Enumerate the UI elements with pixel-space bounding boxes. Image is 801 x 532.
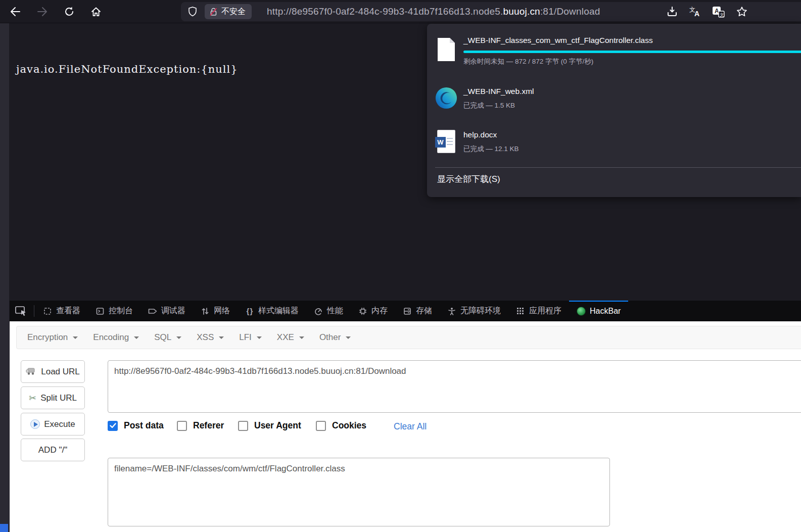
- accessibility-icon: [447, 307, 456, 316]
- download-filename: help.docx: [463, 130, 497, 139]
- options-row: Post data Referer User Agent Cookies Cle…: [108, 420, 801, 436]
- svg-text:A: A: [694, 10, 699, 18]
- chevron-down-icon: [299, 336, 304, 339]
- memory-icon: [358, 307, 367, 316]
- menu-xss[interactable]: XSS: [189, 326, 231, 349]
- taskbar-corner: [0, 524, 8, 532]
- storage-icon: [403, 307, 412, 316]
- pick-element-button[interactable]: [10, 301, 33, 321]
- style-editor-icon: { }: [245, 307, 254, 316]
- chevron-down-icon: [346, 336, 351, 339]
- console-icon: [96, 307, 105, 316]
- chevron-down-icon: [73, 336, 78, 339]
- tracking-shield-icon[interactable]: [187, 6, 198, 19]
- menu-sql[interactable]: SQL: [147, 326, 189, 349]
- execute-button[interactable]: Execute: [21, 413, 85, 436]
- translate-icon[interactable]: 文A: [689, 5, 702, 18]
- load-url-icon: [26, 368, 37, 375]
- home-button[interactable]: [88, 4, 104, 20]
- forward-button[interactable]: [34, 4, 51, 20]
- download-filename: _WEB-INF_classes_com_wm_ctf_FlagControll…: [463, 36, 653, 45]
- hackbar-icon: [577, 307, 586, 316]
- performance-icon: [314, 307, 323, 316]
- user-agent-checkbox[interactable]: [238, 421, 248, 431]
- referer-option[interactable]: Referer: [177, 420, 224, 431]
- menu-encoding[interactable]: Encoding: [85, 326, 147, 349]
- security-label: 不安全: [221, 7, 246, 17]
- url-textarea[interactable]: http://8e9567f0-0af2-484c-99b3-41db7f166…: [108, 360, 801, 413]
- referer-checkbox[interactable]: [177, 421, 187, 431]
- chevron-down-icon: [134, 336, 139, 339]
- clear-all-link[interactable]: Clear All: [394, 421, 427, 432]
- window-edge-strip: [0, 23, 9, 532]
- download-item[interactable]: _WEB-INF_classes_com_wm_ctf_FlagControll…: [427, 36, 801, 84]
- security-chip[interactable]: 不安全: [205, 4, 252, 19]
- tab-accessibility[interactable]: 无障碍环境: [440, 301, 508, 321]
- menu-other[interactable]: Other: [312, 326, 359, 349]
- hackbar-panel: Encryption Encoding SQL XSS LFI XXE Othe…: [10, 321, 801, 532]
- download-status: 已完成 — 1.5 KB: [463, 101, 515, 110]
- tab-console[interactable]: 控制台: [88, 301, 140, 321]
- devtools-tabbar: 查看器 控制台 调试器 网络 { } 样式编辑器 性能 内存 存储: [10, 301, 801, 321]
- edge-browser-icon: [433, 86, 459, 110]
- browser-toolbar: 不安全 http://8e9567f0-0af2-484c-99b3-41db7…: [0, 0, 801, 23]
- menu-xxe[interactable]: XXE: [269, 326, 312, 349]
- reload-button[interactable]: [61, 4, 77, 20]
- chevron-down-icon: [257, 336, 262, 339]
- url-text: http://8e9567f0-0af2-484c-99b3-41db7f166…: [267, 2, 600, 21]
- chevron-down-icon: [219, 336, 224, 339]
- downloads-icon[interactable]: [666, 5, 679, 18]
- cookies-option[interactable]: Cookies: [316, 420, 366, 431]
- user-agent-option[interactable]: User Agent: [238, 420, 301, 431]
- menu-encryption[interactable]: Encryption: [20, 326, 85, 349]
- tab-debugger[interactable]: 调试器: [140, 301, 193, 321]
- address-bar[interactable]: 不安全 http://8e9567f0-0af2-484c-99b3-41db7…: [181, 2, 801, 21]
- download-progress-bar: [463, 51, 801, 53]
- post-data-textarea[interactable]: filename=/WEB-INF/classes/com/wm/ctf/Fla…: [108, 458, 610, 526]
- post-data-checkbox[interactable]: [108, 421, 118, 431]
- add-slash-button[interactable]: ADD "/": [21, 439, 85, 461]
- network-icon: [201, 307, 210, 316]
- toolbar-divider: [34, 305, 34, 317]
- download-status: 已完成 — 12.1 KB: [463, 144, 519, 154]
- generic-file-icon: [433, 37, 459, 62]
- post-data-option[interactable]: Post data: [108, 420, 164, 431]
- download-item[interactable]: W help.docx 已完成 — 12.1 KB: [427, 129, 801, 164]
- tab-memory[interactable]: 内存: [351, 301, 395, 321]
- tab-hackbar[interactable]: HackBar: [569, 301, 628, 321]
- download-filename: _WEB-INF_web.xml: [463, 87, 534, 96]
- load-url-button[interactable]: Load URL: [21, 360, 85, 383]
- cookies-checkbox[interactable]: [316, 421, 326, 431]
- menu-lfi[interactable]: LFI: [231, 326, 269, 349]
- downloads-panel: _WEB-INF_classes_com_wm_ctf_FlagControll…: [427, 24, 801, 197]
- download-item[interactable]: _WEB-INF_web.xml 已完成 — 1.5 KB: [427, 85, 801, 121]
- debugger-icon: [148, 307, 157, 316]
- inspector-icon: [43, 307, 52, 316]
- download-status: 剩余时间未知 — 872 / 872 字节 (0 字节/秒): [463, 57, 593, 66]
- tab-performance[interactable]: 性能: [306, 301, 351, 321]
- tab-network[interactable]: 网络: [193, 301, 238, 321]
- tab-application[interactable]: 应用程序: [508, 301, 569, 321]
- tab-inspector[interactable]: 查看器: [35, 301, 88, 321]
- insecure-lock-icon: [209, 8, 218, 16]
- scissors-icon: ✂: [29, 393, 36, 404]
- show-all-downloads-link[interactable]: 显示全部下载(S): [437, 173, 500, 185]
- panel-divider: [435, 167, 801, 168]
- bookmark-star-icon[interactable]: [735, 5, 748, 18]
- word-document-icon: W: [433, 130, 459, 153]
- error-message: java.io.FileNotFoundException:{null}: [16, 63, 238, 75]
- play-icon: [30, 419, 40, 429]
- hackbar-menubar: Encryption Encoding SQL XSS LFI XXE Othe…: [16, 326, 801, 349]
- browser-window: 不安全 http://8e9567f0-0af2-484c-99b3-41db7…: [0, 0, 801, 532]
- chevron-down-icon: [176, 336, 181, 339]
- back-button[interactable]: [7, 4, 23, 20]
- split-url-button[interactable]: ✂ Split URL: [21, 386, 85, 409]
- tab-storage[interactable]: 存储: [395, 301, 440, 321]
- tab-style-editor[interactable]: { } 样式编辑器: [238, 301, 306, 321]
- svg-text:文: 文: [720, 13, 724, 17]
- translate-page-icon[interactable]: A文: [712, 5, 725, 18]
- application-icon: [516, 307, 525, 316]
